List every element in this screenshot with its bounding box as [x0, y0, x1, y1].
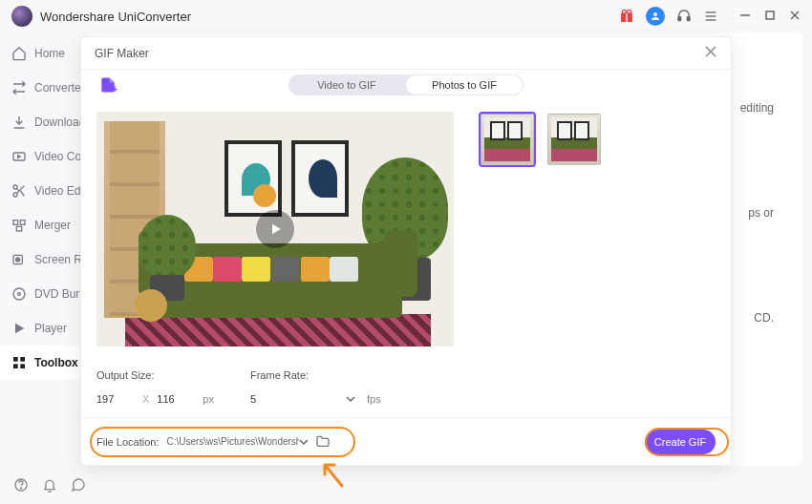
size-unit: px: [203, 393, 214, 405]
browse-folder-button[interactable]: [315, 434, 331, 450]
app-logo-icon: [11, 6, 32, 27]
modal-close-button[interactable]: [704, 45, 717, 62]
app-title: Wondershare UniConverter: [40, 10, 619, 24]
merge-icon: [11, 218, 27, 233]
background-text: editing: [740, 101, 774, 115]
svg-rect-27: [13, 364, 18, 368]
svg-point-17: [13, 193, 17, 197]
file-location-select[interactable]: C:\Users\ws\Pictures\Wondersh: [166, 431, 308, 452]
svg-rect-18: [13, 220, 18, 225]
sidebar-item-label: Player: [34, 322, 67, 335]
create-gif-button[interactable]: Create GIF: [645, 430, 716, 454]
notifications-icon[interactable]: [42, 477, 57, 496]
titlebar: Wondershare UniConverter: [0, 0, 812, 32]
svg-rect-20: [16, 226, 21, 231]
converter-icon: [11, 80, 27, 95]
svg-point-5: [653, 12, 657, 16]
sidebar-item-label: Toolbox: [34, 356, 78, 369]
tab-photos-to-gif[interactable]: Photos to GIF: [406, 75, 523, 94]
annotation-arrow-icon: [319, 461, 348, 494]
svg-rect-25: [13, 357, 18, 362]
output-height-input[interactable]: [157, 388, 195, 410]
svg-point-23: [13, 288, 25, 300]
feedback-icon[interactable]: [71, 477, 86, 496]
svg-point-22: [16, 258, 20, 262]
record-icon: [11, 252, 27, 267]
frame-rate-select[interactable]: 5: [250, 388, 359, 410]
sidebar-item-downloader[interactable]: Downloader: [0, 105, 88, 139]
sidebar-item-home[interactable]: Home: [0, 36, 88, 71]
sidebar-item-label: Home: [34, 47, 65, 60]
svg-rect-6: [678, 17, 681, 21]
sidebar-item-merger[interactable]: Merger: [0, 208, 88, 242]
modal-title: GIF Maker: [95, 47, 704, 60]
sidebar-item-converter[interactable]: Converter: [0, 71, 88, 105]
home-icon: [11, 46, 27, 61]
sidebar-item-player[interactable]: Player: [0, 311, 88, 346]
svg-rect-7: [687, 17, 690, 21]
svg-point-24: [18, 293, 21, 296]
window-minimize-button[interactable]: [739, 8, 751, 25]
compress-icon: [11, 149, 27, 164]
thumbnail[interactable]: [481, 114, 534, 165]
play-icon: [11, 321, 27, 336]
svg-rect-2: [626, 13, 627, 22]
tab-video-to-gif[interactable]: Video to GIF: [288, 74, 405, 95]
help-icon[interactable]: [13, 477, 29, 496]
file-location-label: File Location:: [96, 436, 159, 448]
sidebar: Home Converter Downloader Video Compress…: [0, 32, 88, 380]
scissors-icon: [11, 183, 27, 199]
chevron-down-icon: [299, 437, 309, 447]
add-file-icon[interactable]: +: [98, 75, 116, 93]
sidebar-item-video-compressor[interactable]: Video Compressor: [0, 139, 88, 174]
svg-rect-26: [20, 357, 25, 362]
svg-text:+: +: [112, 84, 118, 94]
output-width-input[interactable]: [96, 388, 135, 410]
sidebar-item-dvd-burner[interactable]: DVD Burner: [0, 277, 88, 311]
user-avatar-icon[interactable]: [646, 7, 665, 26]
download-icon: [11, 115, 27, 130]
svg-rect-19: [20, 220, 25, 225]
mode-toggle: Video to GIF Photos to GIF: [288, 74, 524, 95]
sidebar-item-label: Converter: [34, 81, 85, 94]
play-overlay-icon[interactable]: [256, 210, 294, 248]
thumbnail-strip: [481, 112, 601, 346]
frame-rate-label: Frame Rate:: [250, 369, 381, 381]
window-close-button[interactable]: [789, 8, 801, 25]
output-size-label: Output Size:: [96, 369, 214, 381]
svg-rect-12: [766, 11, 774, 19]
window-maximize-button[interactable]: [764, 8, 776, 25]
frame-rate-value: 5: [250, 393, 256, 405]
gif-maker-modal: GIF Maker + Video to GIF Photos to GIF: [80, 36, 732, 466]
size-separator: X: [142, 393, 149, 405]
frame-rate-group: Frame Rate: 5 fps: [250, 369, 381, 410]
hamburger-menu-icon[interactable]: [703, 9, 718, 24]
disc-icon: [11, 286, 27, 302]
toolbox-icon: [11, 355, 27, 370]
sidebar-item-label: Merger: [34, 219, 71, 232]
background-text: ps or: [748, 206, 774, 220]
frame-rate-unit: fps: [367, 393, 381, 405]
sidebar-item-video-editor[interactable]: Video Editor: [0, 174, 88, 208]
thumbnail[interactable]: [547, 114, 601, 165]
svg-rect-28: [20, 364, 25, 368]
sidebar-item-toolbox[interactable]: Toolbox: [0, 346, 88, 380]
svg-point-16: [13, 185, 17, 189]
background-text: CD.: [754, 311, 774, 325]
svg-point-3: [622, 10, 626, 13]
support-headset-icon[interactable]: [676, 9, 692, 24]
svg-point-4: [628, 10, 631, 13]
output-size-group: Output Size: X px: [96, 369, 214, 410]
svg-point-33: [20, 488, 21, 489]
sidebar-item-screen-recorder[interactable]: Screen Recorder: [0, 242, 88, 277]
file-location-path: C:\Users\ws\Pictures\Wondersh: [166, 436, 298, 447]
preview-image[interactable]: [96, 112, 454, 346]
gift-icon[interactable]: [619, 9, 634, 24]
chevron-down-icon: [346, 394, 355, 404]
